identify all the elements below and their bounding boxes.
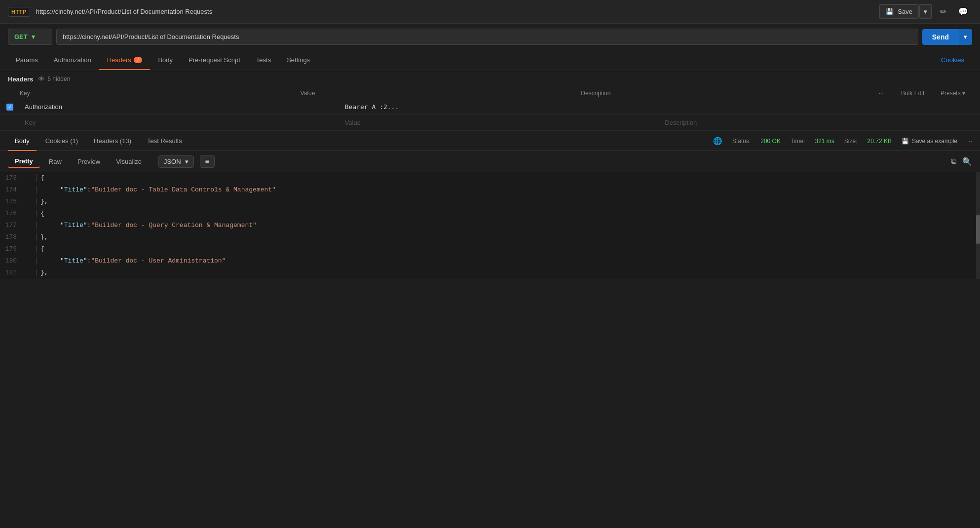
save-icon: 💾	[886, 8, 894, 15]
tab-headers[interactable]: Headers 7	[99, 50, 151, 70]
code-line-175: 175 │ },	[0, 196, 980, 208]
header-key-authorization: Authorization	[20, 99, 340, 114]
cookies-link[interactable]: Cookies	[933, 50, 972, 70]
body-view-tabs: Pretty Raw Preview Visualize JSON ▾ ≡ ⧉ …	[0, 151, 980, 172]
top-bar-url: https://cinchy.net/API/Product/List of D…	[36, 8, 879, 15]
header-row-checkbox[interactable]	[0, 104, 20, 111]
code-line-179: 179 │ {	[0, 243, 980, 255]
time-label: Time:	[791, 138, 805, 145]
header-value-authorization[interactable]: Bearer A :2...	[340, 99, 660, 114]
save-example-button[interactable]: 💾 Save as example	[902, 138, 957, 145]
top-bar: HTTP https://cinchy.net/API/Product/List…	[0, 0, 980, 24]
comment-button[interactable]: 💬	[954, 4, 972, 19]
response-more-button[interactable]: ···	[967, 138, 972, 145]
format-label: JSON	[164, 158, 181, 165]
format-select[interactable]: JSON ▾	[158, 155, 194, 168]
empty-key[interactable]: Key	[20, 115, 340, 130]
url-input[interactable]	[56, 29, 918, 45]
tab-settings[interactable]: Settings	[279, 50, 318, 70]
send-button-group: Send ▾	[922, 29, 972, 45]
body-actions-right: ⧉ 🔍	[951, 157, 972, 166]
url-bar: GET ▾ Send ▾	[0, 24, 980, 50]
method-select[interactable]: GET ▾	[8, 29, 52, 45]
request-tabs: Params Authorization Headers 7 Body Pre-…	[0, 50, 980, 70]
code-line-181: 181 │ },	[0, 267, 980, 279]
scrollbar-thumb[interactable]	[976, 215, 980, 244]
send-button[interactable]: Send	[922, 29, 959, 45]
header-row-empty: Key Value Description	[0, 115, 980, 131]
response-status-area: 🌐 Status: 200 OK Time: 321 ms Size: 20.7…	[713, 137, 972, 146]
resp-tab-test-results[interactable]: Test Results	[140, 131, 189, 151]
headers-title-row: Headers 👁 6 hidden	[0, 70, 980, 88]
edit-button[interactable]: ✏	[936, 4, 950, 19]
tab-body[interactable]: Body	[150, 50, 181, 70]
code-line-177: 177 │ "Title" : "Builder doc - Query Cre…	[0, 220, 980, 231]
view-tab-preview[interactable]: Preview	[71, 156, 107, 167]
method-dropdown-icon: ▾	[32, 33, 35, 40]
status-value: 200 OK	[760, 138, 781, 145]
tab-pre-request-script[interactable]: Pre-request Script	[181, 50, 248, 70]
code-line-173: 173 │ {	[0, 172, 980, 184]
eye-icon: 👁	[38, 75, 45, 83]
col-key: Key	[20, 90, 301, 97]
send-dropdown-button[interactable]: ▾	[959, 29, 972, 45]
scrollbar-track[interactable]	[976, 172, 980, 279]
http-badge: HTTP	[8, 7, 30, 17]
view-tab-raw[interactable]: Raw	[42, 156, 69, 167]
code-area: 173 │ { 174 │ "Title" : "Builder doc - T…	[0, 172, 980, 279]
code-content: 173 │ { 174 │ "Title" : "Builder doc - T…	[0, 172, 980, 279]
headers-label: Headers	[8, 75, 33, 83]
line-num-174: 174	[0, 184, 25, 196]
save-dropdown-button[interactable]: ▾	[919, 4, 932, 19]
search-icon[interactable]: 🔍	[962, 157, 972, 166]
col-more: ···	[862, 90, 901, 97]
tab-tests[interactable]: Tests	[248, 50, 279, 70]
line-num-180: 180	[0, 255, 25, 267]
header-description-authorization	[660, 103, 980, 111]
save-button[interactable]: 💾 Save	[879, 4, 919, 19]
code-line-176: 176 │ {	[0, 208, 980, 220]
line-num-173: 173	[0, 172, 25, 184]
empty-value[interactable]: Value	[340, 115, 660, 130]
top-bar-actions: 💾 Save ▾ ✏ 💬	[879, 4, 972, 19]
status-label: Status:	[732, 138, 751, 145]
tab-authorization[interactable]: Authorization	[46, 50, 99, 70]
checked-checkbox[interactable]	[6, 104, 13, 111]
col-value: Value	[301, 90, 581, 97]
size-label: Size:	[844, 138, 858, 145]
format-dropdown-icon: ▾	[185, 158, 188, 165]
empty-description[interactable]: Description	[660, 115, 980, 130]
line-num-176: 176	[0, 208, 25, 220]
resp-tab-body[interactable]: Body	[8, 131, 37, 151]
line-num-181: 181	[0, 267, 25, 279]
view-tab-visualize[interactable]: Visualize	[109, 156, 149, 167]
code-line-178: 178 │ },	[0, 231, 980, 243]
filter-button[interactable]: ≡	[200, 155, 215, 168]
line-num-179: 179	[0, 243, 25, 255]
headers-section: Headers 👁 6 hidden Key Value Description…	[0, 70, 980, 131]
method-label: GET	[14, 33, 28, 40]
hidden-badge: 👁 6 hidden	[38, 75, 70, 83]
tab-params[interactable]: Params	[8, 50, 46, 70]
view-tab-pretty[interactable]: Pretty	[8, 155, 40, 168]
code-line-180: 180 │ "Title" : "Builder doc - User Admi…	[0, 255, 980, 267]
line-num-178: 178	[0, 231, 25, 243]
response-tabs-bar: Body Cookies (1) Headers (13) Test Resul…	[0, 131, 980, 151]
size-value: 20.72 KB	[867, 138, 892, 145]
line-num-177: 177	[0, 220, 25, 231]
headers-table-header: Key Value Description ··· Bulk Edit Pres…	[0, 88, 980, 99]
line-num-175: 175	[0, 196, 25, 208]
resp-tab-cookies[interactable]: Cookies (1)	[38, 131, 85, 151]
col-description: Description	[581, 90, 862, 97]
resp-tab-headers[interactable]: Headers (13)	[87, 131, 138, 151]
code-line-174: 174 │ "Title" : "Builder doc - Table Dat…	[0, 184, 980, 196]
header-row-authorization: Authorization Bearer A :2...	[0, 99, 980, 115]
headers-badge: 7	[134, 57, 143, 63]
presets-btn[interactable]: Presets ▾	[941, 90, 980, 97]
time-value: 321 ms	[815, 138, 834, 145]
save-button-group: 💾 Save ▾	[879, 4, 932, 19]
bulk-edit-btn[interactable]: Bulk Edit	[901, 90, 941, 97]
globe-icon: 🌐	[713, 137, 722, 146]
save-example-icon: 💾	[902, 138, 909, 145]
copy-icon[interactable]: ⧉	[951, 157, 956, 166]
